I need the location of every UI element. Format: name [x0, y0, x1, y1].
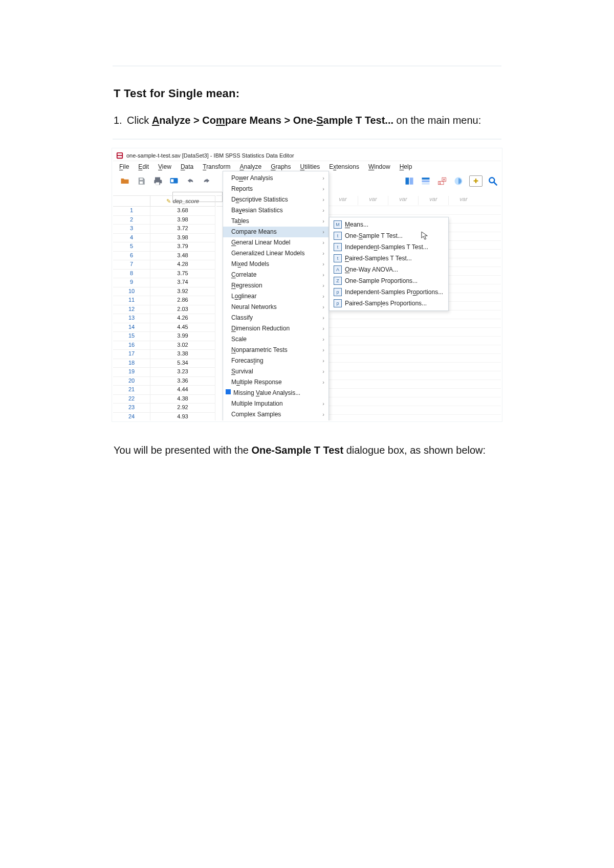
chevron-right-icon: ›	[322, 238, 324, 247]
menubar-item-data[interactable]: Data	[178, 162, 199, 171]
print-icon[interactable]	[152, 175, 163, 187]
analyze-item[interactable]: Mixed Models›	[223, 259, 328, 270]
data-grid[interactable]: ✎ dep_score 13.6823.9833.7243.9853.7963.…	[113, 195, 215, 420]
compare-means-submenu[interactable]: MMeans...tOne-Sample T Test...tIndepende…	[329, 217, 449, 311]
table-row[interactable]: 203.36	[113, 377, 215, 386]
table-row[interactable]: 63.48	[113, 252, 215, 261]
submenu-item[interactable]: pPaired-Samples Proportions...	[330, 298, 448, 309]
menubar-item-help[interactable]: Help	[397, 162, 418, 171]
analyze-item[interactable]: Bayesian Statistics›	[223, 205, 328, 216]
table-row[interactable]: 232.92	[113, 404, 215, 413]
table-row[interactable]: 93.74	[113, 278, 215, 287]
analyze-item[interactable]: Generalized Linear Models›	[223, 248, 328, 259]
table-row[interactable]: 244.93	[113, 413, 215, 421]
table-row[interactable]: 43.98	[113, 234, 215, 243]
insert-case-icon[interactable]: ✚	[469, 175, 483, 187]
table-row[interactable]: 13.68	[113, 207, 215, 216]
column-header-dep-score[interactable]: ✎ dep_score	[150, 196, 215, 206]
menubar-item-graphs[interactable]: Graphs	[268, 162, 296, 171]
menubar-item-transform[interactable]: Transform	[200, 162, 235, 171]
menu-item-icon: Z	[334, 277, 342, 285]
table-row[interactable]: 185.34	[113, 359, 215, 368]
submenu-item[interactable]: tOne-Sample T Test...	[330, 230, 448, 241]
table-row[interactable]: 103.92	[113, 287, 215, 297]
menu-item-icon: p	[334, 299, 342, 307]
analyze-item[interactable]: Dimension Reduction›	[223, 323, 328, 334]
undo-icon[interactable]	[185, 175, 196, 187]
analyze-dropdown[interactable]: Power Analysis›Reports›Descriptive Stati…	[223, 171, 329, 420]
data-view-icon[interactable]	[168, 175, 180, 187]
submenu-item[interactable]: tPaired-Samples T Test...	[330, 253, 448, 264]
analyze-item[interactable]: Power Analysis›	[223, 173, 328, 184]
table-row[interactable]: 23.98	[113, 216, 215, 225]
menubar-item-analyze[interactable]: Analyze	[236, 162, 267, 171]
menubar-item-extensions[interactable]: Extensions	[326, 162, 364, 171]
menubar-item-window[interactable]: Window	[365, 162, 396, 171]
chevron-right-icon: ›	[322, 314, 324, 322]
analyze-item[interactable]: Nonparametric Tests›	[223, 345, 328, 355]
save-icon[interactable]	[136, 175, 147, 187]
analyze-item[interactable]: Compare Means›	[223, 227, 328, 237]
svg-rect-20	[226, 389, 231, 394]
analyze-item[interactable]: Neural Networks›	[223, 302, 328, 313]
chevron-right-icon: ›	[322, 378, 324, 387]
analyze-item[interactable]: Multiple Response›	[223, 377, 328, 388]
submenu-item[interactable]: pIndependent-Samples Proportions...	[330, 286, 448, 298]
table-row[interactable]: 33.72	[113, 225, 215, 234]
column-header-empty-var[interactable]: var	[448, 196, 478, 205]
select-cases-icon[interactable]	[420, 175, 431, 187]
analyze-item[interactable]: Missing Value Analysis...	[223, 388, 328, 398]
redo-icon[interactable]	[201, 175, 212, 187]
variables-info-icon[interactable]: 1A	[436, 175, 448, 187]
weight-cases-icon[interactable]	[453, 175, 464, 187]
menubar-item-utilities[interactable]: Utilities	[297, 162, 325, 171]
open-icon[interactable]	[119, 175, 130, 187]
svg-line-19	[494, 183, 497, 186]
table-row[interactable]: 83.75	[113, 270, 215, 279]
svg-rect-5	[156, 183, 160, 185]
submenu-item[interactable]: ZOne-Sample Proportions...	[330, 275, 448, 286]
submenu-item[interactable]: AOne-Way ANOVA...	[330, 264, 448, 275]
analyze-item[interactable]: General Linear Model›	[223, 237, 328, 248]
column-header-empty-var[interactable]: var	[388, 196, 418, 205]
analyze-item[interactable]: Tables›	[223, 216, 328, 227]
table-row[interactable]: 144.45	[113, 323, 215, 332]
analyze-item[interactable]: Regression›	[223, 280, 328, 291]
submenu-item[interactable]: MMeans...	[330, 219, 448, 230]
submenu-item[interactable]: tIndependent-Samples T Test...	[330, 241, 448, 253]
table-row[interactable]: 163.02	[113, 341, 215, 350]
column-header-empty-var[interactable]: var	[418, 196, 448, 205]
menubar-item-file[interactable]: File	[116, 162, 134, 171]
table-row[interactable]: 134.26	[113, 314, 215, 323]
value-labels-icon[interactable]	[404, 175, 415, 187]
table-row[interactable]: 112.86	[113, 296, 215, 305]
analyze-item[interactable]: Multiple Imputation›	[223, 398, 328, 409]
analyze-item[interactable]: Survival›	[223, 366, 328, 377]
analyze-item[interactable]: Reports›	[223, 184, 328, 194]
analyze-item[interactable]: Descriptive Statistics›	[223, 194, 328, 205]
menubar-item-view[interactable]: View	[155, 162, 177, 171]
menubar-item-edit[interactable]: Edit	[135, 162, 154, 171]
table-row[interactable]: 74.28	[113, 260, 215, 270]
analyze-item[interactable]: Loglinear›	[223, 291, 328, 302]
table-row[interactable]: 193.23	[113, 368, 215, 377]
window-title: one-sample-t-test.sav [DataSet3] - IBM S…	[126, 152, 294, 159]
spss-app-icon	[116, 152, 123, 159]
table-row[interactable]: 173.38	[113, 350, 215, 359]
step-1: 1. Click Analyze > Compare Means > One-S…	[114, 113, 500, 128]
column-header-empty-var[interactable]: var	[358, 196, 388, 205]
analyze-item[interactable]: Correlate›	[223, 270, 328, 280]
column-header-empty-var[interactable]: var	[328, 196, 358, 205]
analyze-item[interactable]: Classify›	[223, 313, 328, 323]
search-icon[interactable]	[488, 176, 498, 186]
svg-rect-1	[118, 153, 122, 155]
table-row[interactable]: 122.03	[113, 305, 215, 315]
analyze-item[interactable]: Scale›	[223, 334, 328, 345]
table-row[interactable]: 224.38	[113, 395, 215, 404]
analyze-item[interactable]: Complex Samples›	[223, 409, 328, 420]
table-row[interactable]: 53.79	[113, 242, 215, 252]
table-row[interactable]: 214.44	[113, 386, 215, 395]
analyze-item[interactable]: Forecasting›	[223, 355, 328, 366]
table-row[interactable]: 153.99	[113, 332, 215, 341]
analyze-item[interactable]: Simulation...	[223, 420, 328, 420]
